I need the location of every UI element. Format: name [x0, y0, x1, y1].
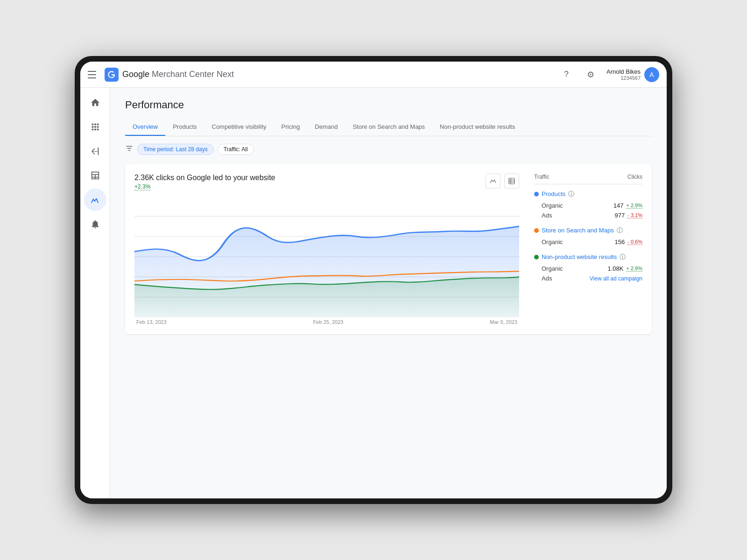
- help-button[interactable]: ?: [558, 66, 575, 83]
- sidebar: [80, 88, 110, 498]
- panel-header: Traffic Clicks: [534, 174, 642, 184]
- chart-svg-wrapper: [134, 196, 519, 317]
- tab-competitive[interactable]: Competitive visibility: [204, 119, 274, 136]
- products-organic-value: 147: [613, 202, 624, 209]
- google-logo-icon: [105, 68, 119, 82]
- nonproduct-organic-label: Organic: [542, 265, 563, 272]
- products-ads-change: - 3.1%: [627, 212, 642, 218]
- chart-card: 2.36K clicks on Google led to your websi…: [125, 164, 652, 334]
- store-organic-change: - 0.6%: [627, 239, 642, 245]
- panel-header-traffic: Traffic: [534, 174, 550, 180]
- settings-button[interactable]: ⚙: [582, 66, 599, 83]
- store-link[interactable]: Store on Search and Maps: [542, 227, 614, 234]
- products-ads-row: Ads 977 - 3.1%: [534, 212, 642, 219]
- products-ads-label: Ads: [542, 212, 552, 219]
- content-area: Performance Overview Products Competitiv…: [110, 88, 667, 498]
- sidebar-item-table[interactable]: [84, 164, 106, 187]
- panel-section-title-store: Store on Search and Maps ⓘ: [534, 226, 642, 235]
- user-avatar[interactable]: A: [644, 67, 659, 82]
- user-id: 1234567: [606, 75, 641, 81]
- sidebar-item-products[interactable]: [84, 116, 106, 138]
- products-organic-label: Organic: [542, 202, 563, 209]
- nonproduct-ads-row: Ads View all ad campaign: [534, 275, 642, 282]
- user-text: Arnold Bikes 1234567: [606, 68, 641, 81]
- sidebar-item-notifications[interactable]: [84, 213, 106, 235]
- panel-section-title-products: Products ⓘ: [534, 190, 642, 198]
- panel-header-clicks: Clicks: [627, 174, 642, 180]
- products-ads-values: 977 - 3.1%: [615, 212, 643, 219]
- x-label-end: Mar 9, 2023: [490, 319, 517, 325]
- products-organic-values: 147 + 2.9%: [613, 202, 642, 209]
- chart-controls: [486, 174, 519, 189]
- nonproduct-organic-row: Organic 1.08K + 2.9%: [534, 265, 642, 272]
- tab-nonproduct[interactable]: Non-product website results: [432, 119, 522, 136]
- right-panel: Traffic Clicks Products ⓘ Organic: [530, 174, 642, 325]
- nonproduct-help-icon[interactable]: ⓘ: [620, 253, 626, 261]
- tab-demand[interactable]: Demand: [307, 119, 345, 136]
- hamburger-menu-button[interactable]: [88, 69, 99, 80]
- chart-line-btn[interactable]: [486, 174, 500, 189]
- store-organic-row: Organic 156 - 0.6%: [534, 238, 642, 245]
- app-title: Google Merchant Center Next: [122, 70, 234, 79]
- time-period-filter[interactable]: Time period: Last 28 days: [137, 144, 214, 155]
- nonproduct-ads-values: View all ad campaign: [590, 275, 642, 282]
- x-label-start: Feb 13, 2023: [136, 319, 167, 325]
- screen: Google Merchant Center Next ? ⚙ Arnold B…: [80, 62, 667, 498]
- tab-store[interactable]: Store on Search and Maps: [345, 119, 432, 136]
- dot-orange: [534, 228, 539, 233]
- chart-change: +2.3%: [134, 183, 150, 190]
- products-organic-row: Organic 147 + 2.9%: [534, 202, 642, 209]
- view-all-campaign-link[interactable]: View all ad campaign: [590, 275, 642, 282]
- filter-icon: [125, 144, 134, 154]
- help-icon: ?: [564, 70, 569, 79]
- sidebar-item-analytics[interactable]: [84, 189, 106, 211]
- panel-section-products: Products ⓘ Organic 147 + 2.9%: [534, 190, 642, 219]
- sidebar-item-marketing[interactable]: [84, 140, 106, 162]
- chart-area: 2.36K clicks on Google led to your websi…: [134, 174, 519, 325]
- logo-area: Google Merchant Center Next: [105, 68, 552, 82]
- svg-rect-0: [509, 178, 514, 184]
- tab-products[interactable]: Products: [165, 119, 204, 136]
- chart-title: 2.36K clicks on Google led to your websi…: [134, 174, 275, 182]
- page-title: Performance: [125, 99, 652, 111]
- main-layout: Performance Overview Products Competitiv…: [80, 88, 667, 498]
- tab-overview[interactable]: Overview: [125, 119, 165, 136]
- nonproduct-organic-values: 1.08K + 2.9%: [607, 265, 642, 272]
- store-organic-value: 156: [615, 238, 625, 245]
- nonproduct-ads-label: Ads: [542, 275, 552, 282]
- nonproduct-organic-value: 1.08K: [607, 265, 623, 272]
- store-help-icon[interactable]: ⓘ: [617, 226, 623, 235]
- device-frame: Google Merchant Center Next ? ⚙ Arnold B…: [75, 56, 672, 504]
- dot-green: [534, 255, 539, 259]
- user-info[interactable]: Arnold Bikes 1234567 A: [606, 67, 659, 82]
- top-bar: Google Merchant Center Next ? ⚙ Arnold B…: [80, 62, 667, 88]
- products-link[interactable]: Products: [542, 190, 565, 198]
- panel-section-store: Store on Search and Maps ⓘ Organic 156 -…: [534, 226, 642, 245]
- products-help-icon[interactable]: ⓘ: [568, 190, 574, 198]
- chart-header: 2.36K clicks on Google led to your websi…: [134, 174, 275, 190]
- products-organic-change: + 2.9%: [626, 203, 642, 209]
- user-name: Arnold Bikes: [606, 68, 641, 75]
- chart-x-labels: Feb 13, 2023 Feb 25, 2023 Mar 9, 2023: [134, 319, 519, 325]
- store-organic-label: Organic: [542, 238, 563, 245]
- nonproduct-link[interactable]: Non-product website results: [542, 253, 617, 261]
- tab-pricing[interactable]: Pricing: [274, 119, 308, 136]
- nonproduct-organic-change: + 2.9%: [626, 266, 642, 272]
- products-ads-value: 977: [615, 212, 625, 219]
- sidebar-item-home[interactable]: [84, 91, 106, 114]
- settings-icon: ⚙: [587, 70, 594, 80]
- filter-bar: Time period: Last 28 days Traffic: All: [125, 144, 652, 155]
- tabs: Overview Products Competitive visibility…: [125, 119, 652, 136]
- store-organic-values: 156 - 0.6%: [615, 238, 643, 245]
- header-actions: ? ⚙ Arnold Bikes 1234567 A: [558, 66, 659, 83]
- panel-section-title-nonproduct: Non-product website results ⓘ: [534, 253, 642, 261]
- x-label-mid: Feb 25, 2023: [313, 319, 344, 325]
- traffic-filter[interactable]: Traffic: All: [218, 144, 254, 155]
- panel-section-nonproduct: Non-product website results ⓘ Organic 1.…: [534, 253, 642, 282]
- dot-blue: [534, 192, 539, 196]
- chart-table-btn[interactable]: [504, 174, 519, 189]
